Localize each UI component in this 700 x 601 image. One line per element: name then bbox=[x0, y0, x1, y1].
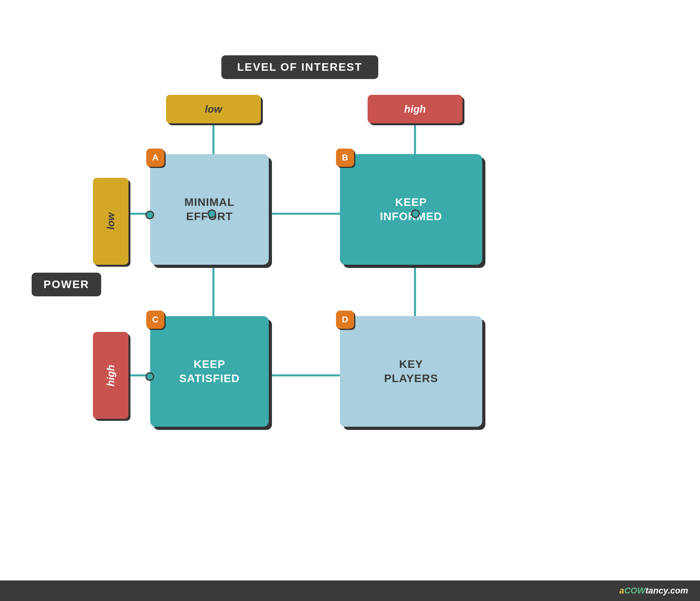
dot-interest-high bbox=[411, 209, 420, 218]
power-text: POWER bbox=[43, 278, 89, 290]
quadrant-b: KEEPINFORMED bbox=[340, 154, 482, 265]
level-of-interest-label: LEVEL OF INTEREST bbox=[221, 55, 378, 79]
quadrant-c-text: KEEPSATISFIED bbox=[179, 357, 240, 386]
power-high-box: high bbox=[93, 332, 128, 419]
badge-c-text: C bbox=[152, 315, 158, 325]
badge-b: B bbox=[336, 149, 354, 167]
badge-c: C bbox=[146, 311, 164, 329]
quadrant-a-text: MINIMALEFFORT bbox=[185, 195, 235, 224]
level-of-interest-text: LEVEL OF INTEREST bbox=[237, 61, 362, 73]
badge-d: D bbox=[336, 311, 354, 329]
dot-power-low bbox=[145, 211, 154, 219]
quadrant-d: KEYPLAYERS bbox=[340, 316, 482, 427]
power-low-text: low bbox=[105, 213, 117, 230]
badge-b-text: B bbox=[342, 153, 348, 163]
interest-low-box: low bbox=[166, 95, 261, 123]
footer-brand-a: a bbox=[619, 586, 624, 595]
interest-low-text: low bbox=[205, 103, 222, 115]
connector-lines bbox=[32, 32, 668, 573]
main-content: LEVEL OF INTEREST POWER low high low hig… bbox=[32, 32, 668, 573]
dot-interest-low bbox=[208, 209, 216, 218]
dot-power-high bbox=[145, 372, 154, 381]
power-label: POWER bbox=[32, 273, 101, 296]
power-high-text: high bbox=[105, 365, 117, 386]
quadrant-b-text: KEEPINFORMED bbox=[380, 195, 442, 224]
power-low-box: low bbox=[93, 178, 128, 265]
footer-brand-tancy: tancy.com bbox=[645, 586, 688, 595]
badge-a-text: A bbox=[152, 153, 158, 163]
footer-bar: aCOWtancy.com bbox=[0, 580, 700, 601]
interest-high-text: high bbox=[404, 103, 426, 115]
quadrant-c: KEEPSATISFIED bbox=[150, 316, 269, 427]
badge-a: A bbox=[146, 149, 164, 167]
badge-d-text: D bbox=[342, 315, 348, 325]
footer-brand: aCOWtancy.com bbox=[619, 586, 688, 596]
footer-brand-cow: COW bbox=[624, 586, 645, 595]
interest-high-box: high bbox=[368, 95, 462, 123]
quadrant-a: MINIMALEFFORT bbox=[150, 154, 269, 265]
quadrant-d-text: KEYPLAYERS bbox=[384, 357, 438, 386]
